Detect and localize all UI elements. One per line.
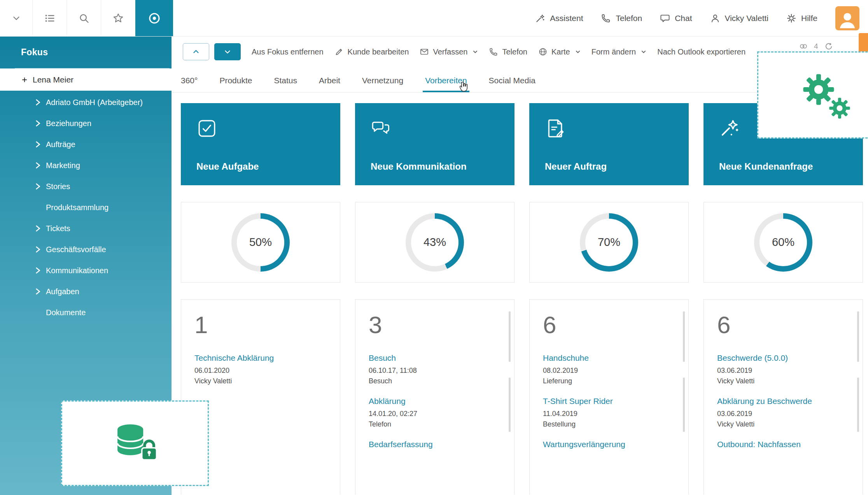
chevron-right-icon [34,140,42,148]
sidebar-item-aufgaben[interactable]: Aufgaben [0,281,172,302]
sidebar-item-adriato-gmbh[interactable]: Adriato GmbH (Arbeitgeber) [0,92,172,113]
entry-meta: Vicky Valetti [717,376,851,386]
map-button[interactable]: Karte [538,47,581,56]
scrollbar[interactable] [509,311,511,362]
record-count: 6 [717,313,851,337]
entry-link[interactable]: Technische Abklärung [194,353,328,363]
entry-link[interactable]: T-Shirt Super Rider [543,397,677,406]
sidebar-item-marketing[interactable]: Marketing [0,155,172,176]
sidebar-item-dokumente[interactable]: Dokumente [0,302,172,323]
previous-record-button[interactable] [183,43,209,60]
remove-from-focus-label: Aus Fokus entfernen [252,47,324,56]
avatar[interactable] [835,6,859,30]
help-menu-item[interactable]: Hilfe [786,13,817,23]
entry-date: 03.06.2019 [717,365,851,376]
tab-vernetzung[interactable]: Vernetzung [351,76,414,92]
entry-link[interactable]: Abklärung [369,397,502,406]
tab-arbeit[interactable]: Arbeit [308,76,351,92]
chat-menu-item[interactable]: Chat [660,13,692,23]
list-view-button[interactable] [33,0,67,36]
scrollbar[interactable] [857,311,859,362]
entry-link[interactable]: Bedarfserfassung [369,440,502,449]
progress-card: 50% [181,202,340,283]
remove-from-focus-button[interactable]: Aus Fokus entfernen [252,47,324,56]
assistant-label: Assistent [550,14,583,23]
gear-icon [786,13,796,23]
phone-label: Telefon [616,14,642,23]
next-record-button[interactable] [214,43,241,60]
list-item: Abklärung zu Beschwerde 03.06.2019 Vicky… [717,397,851,430]
export-outlook-button[interactable]: Nach Outlook exportieren [657,47,746,56]
list-item: T-Shirt Super Rider 11.04.2019 Bestellun… [543,397,677,430]
search-button[interactable] [67,0,101,36]
entry-link[interactable]: Wartungsverlängerung [543,440,677,449]
compose-button[interactable]: Verfassen [420,47,478,56]
scrollbar[interactable] [509,377,511,432]
user-menu-item[interactable]: Vicky Valetti [710,13,768,23]
active-module-button[interactable] [135,0,173,36]
donut-chart: 70% [580,213,638,272]
focus-root-label: Lena Meier [33,75,74,84]
focus-root-item[interactable]: + Lena Meier [0,68,172,91]
sidebar-item-produktsammlung[interactable]: Produktsammlung [0,197,172,218]
scrollbar[interactable] [683,377,685,432]
compose-label: Verfassen [433,47,467,56]
chat-bubbles-icon [371,118,392,139]
sidebar-item-tickets[interactable]: Tickets [0,218,172,239]
link-icon[interactable] [799,42,808,51]
new-task-card[interactable]: Neue Aufgabe [181,103,340,185]
collapse-menu-button[interactable] [0,0,33,36]
chevron-right-icon [34,225,42,232]
favorites-button[interactable] [101,0,135,36]
sidebar-item-geschaeftsvorfaelle[interactable]: Geschäftsvorfälle [0,239,172,260]
database-lock-icon [110,420,160,467]
phone-action-button[interactable]: Telefon [489,47,527,56]
tutorial-callout-database [61,400,209,486]
entry-link[interactable]: Handschuhe [543,353,677,363]
action-card-label: Neue Kundenanfrage [719,161,813,172]
entry-date: 14.01.20, 02:27 [369,409,502,419]
chevron-down-icon [641,49,646,54]
sidebar-item-stories[interactable]: Stories [0,176,172,197]
list-icon [44,13,55,24]
list-item: Abklärung 14.01.20, 02:27 Telefon [369,397,502,430]
order-document-icon [545,118,566,139]
scrollbar[interactable] [857,377,859,432]
sidebar-item-label: Produktsammlung [46,203,108,212]
edit-customer-button[interactable]: Kunde bearbeiten [334,47,409,56]
phone-menu-item[interactable]: Telefon [601,13,642,23]
sidebar-item-label: Geschäftsvorfälle [46,245,106,254]
star-icon [113,13,124,24]
chevron-right-icon [34,98,42,106]
sidebar-item-kommunikationen[interactable]: Kommunikationen [0,260,172,281]
new-communication-card[interactable]: Neue Kommunikation [355,103,514,185]
assistant-menu-item[interactable]: Assistent [535,13,583,23]
refresh-icon[interactable] [824,42,833,51]
donut-chart: 60% [754,213,812,272]
entry-link[interactable]: Besuch [369,353,502,363]
entry-meta: Besuch [369,376,502,386]
entry-meta: Vicky Valetti [717,419,851,430]
toolbar-utility-icons: 4 [799,42,833,51]
tab-360[interactable]: 360° [181,76,208,92]
chevron-right-icon [34,119,42,127]
tab-status[interactable]: Status [263,76,308,92]
scrollbar[interactable] [683,311,685,362]
tab-social-media[interactable]: Social Media [478,76,546,92]
change-form-button[interactable]: Form ändern [592,47,647,56]
sidebar-item-auftraege[interactable]: Aufträge [0,134,172,155]
sidebar-item-label: Dokumente [46,308,86,317]
sidebar-item-beziehungen[interactable]: Beziehungen [0,113,172,134]
edge-flag-tab[interactable] [859,33,868,53]
chevron-right-icon [34,267,42,274]
new-order-card[interactable]: Neuer Auftrag [529,103,689,185]
entry-link[interactable]: Outbound: Nachfassen [717,440,851,449]
sidebar-header: Fokus [15,37,170,68]
entry-link[interactable]: Beschwerde (5.0.0) [717,353,851,363]
link-count-badge: 4 [814,42,818,51]
entry-link[interactable]: Abklärung zu Beschwerde [717,397,851,406]
entry-meta: Vicky Valetti [194,376,328,386]
tab-produkte[interactable]: Produkte [208,76,263,92]
sidebar-title: Fokus [15,47,48,58]
progress-card: 60% [704,202,863,283]
